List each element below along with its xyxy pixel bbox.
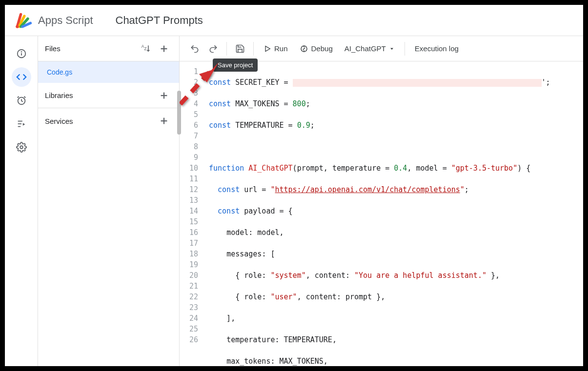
libraries-section-header: Libraries — [38, 83, 179, 108]
gear-icon — [16, 142, 27, 153]
app-header: Apps Script ChatGPT Prompts — [5, 5, 583, 36]
save-button[interactable] — [232, 40, 248, 57]
file-name: Code.gs — [47, 68, 72, 76]
add-service-button[interactable] — [156, 113, 172, 129]
editor-button[interactable] — [12, 67, 31, 87]
execution-log-button[interactable]: Execution log — [410, 40, 464, 58]
play-icon — [264, 45, 271, 53]
run-label: Run — [274, 44, 288, 53]
undo-icon — [190, 44, 200, 54]
code-icon — [16, 72, 27, 82]
logo: Apps Script — [15, 12, 93, 29]
add-file-button[interactable] — [156, 40, 172, 57]
code-content[interactable]: const SECRET_KEY = '; const MAX_TOKENS =… — [205, 66, 583, 366]
executions-button[interactable] — [12, 114, 31, 134]
editor-toolbar: Run Debug AI_ChatGPT Execution log Save … — [180, 36, 583, 61]
svg-line-6 — [21, 101, 23, 102]
redacted-secret — [293, 79, 542, 87]
services-label: Services — [45, 117, 73, 125]
chevron-down-icon — [389, 46, 395, 52]
clock-icon — [16, 95, 27, 106]
line-gutter: 1234567891011121314151617181920212223242… — [180, 66, 205, 366]
libraries-label: Libraries — [45, 91, 73, 99]
nav-rail — [5, 36, 38, 366]
svg-marker-23 — [265, 46, 270, 51]
redo-button[interactable] — [205, 40, 222, 57]
debug-label: Debug — [311, 44, 333, 53]
debug-icon — [300, 44, 308, 53]
info-icon — [16, 48, 27, 59]
plus-icon — [159, 116, 169, 126]
svg-point-13 — [20, 146, 23, 149]
svg-marker-25 — [390, 48, 393, 50]
editor-pane: Run Debug AI_ChatGPT Execution log Save … — [180, 36, 583, 366]
plus-icon — [159, 90, 169, 101]
sort-az-icon: AZ — [141, 44, 150, 54]
undo-button[interactable] — [186, 40, 203, 57]
apps-script-logo-icon — [15, 12, 32, 29]
run-button[interactable]: Run — [259, 40, 293, 58]
svg-point-3 — [21, 52, 21, 52]
executions-icon — [16, 118, 27, 129]
services-section-header: Services — [38, 108, 179, 134]
debug-button[interactable]: Debug — [295, 40, 338, 58]
toolbar-divider — [226, 42, 227, 56]
function-selector[interactable]: AI_ChatGPT — [340, 40, 400, 58]
files-section-header: Files AZ — [38, 36, 179, 61]
code-editor[interactable]: 1234567891011121314151617181920212223242… — [180, 61, 583, 366]
project-title[interactable]: ChatGPT Prompts — [116, 14, 203, 27]
svg-marker-12 — [22, 123, 25, 125]
file-item-code[interactable]: Code.gs — [38, 61, 179, 83]
toolbar-divider — [405, 42, 405, 56]
apps-script-label: Apps Script — [38, 14, 93, 27]
svg-line-7 — [17, 97, 19, 98]
sort-files-button[interactable]: AZ — [137, 40, 154, 57]
svg-point-0 — [16, 25, 19, 28]
selected-function: AI_ChatGPT — [345, 44, 386, 53]
svg-text:Z: Z — [144, 46, 147, 51]
files-label: Files — [45, 44, 61, 53]
triggers-button[interactable] — [12, 91, 31, 110]
execution-log-label: Execution log — [415, 44, 459, 53]
overview-button[interactable] — [12, 44, 31, 63]
save-icon — [235, 44, 245, 54]
settings-button[interactable] — [12, 137, 31, 157]
plus-icon — [159, 43, 169, 54]
svg-line-8 — [24, 97, 25, 98]
files-sidebar: Files AZ Code.gs Libraries — [38, 36, 180, 366]
redo-icon — [208, 44, 218, 54]
add-library-button[interactable] — [156, 87, 172, 104]
save-tooltip: Save project — [213, 59, 258, 72]
toolbar-divider — [253, 42, 254, 56]
